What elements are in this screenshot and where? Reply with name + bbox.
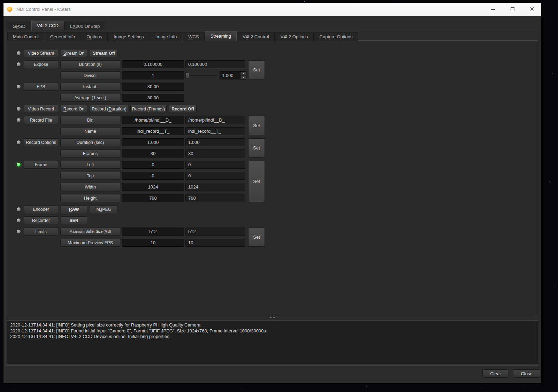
log-area[interactable]: 2020-12-13T14:34:41: [INFO] Setting pixe…: [7, 320, 538, 365]
fps-average-name-button[interactable]: Average (1 sec.): [60, 94, 120, 102]
tab-streaming[interactable]: Streaming: [205, 31, 237, 41]
record-duration-name-button[interactable]: Duration (sec): [60, 138, 120, 146]
record-options-led: [16, 140, 21, 145]
record-frames-button[interactable]: Record (Frames): [130, 105, 167, 113]
tab-options[interactable]: Options: [81, 32, 108, 41]
tab-wcs[interactable]: WCS: [183, 32, 204, 41]
tab-v4l2-options[interactable]: V4L2 Options: [275, 32, 314, 41]
divisor-slider[interactable]: [185, 71, 217, 79]
tab-image-settings[interactable]: Image Settings: [108, 32, 150, 41]
limits-preview-name-button[interactable]: Maximum Preview FPS: [60, 239, 120, 247]
frame-top-input[interactable]: [122, 172, 184, 180]
stream-on-button[interactable]: Stream On: [61, 49, 87, 57]
expose-duration-input[interactable]: [122, 60, 184, 68]
divisor-name-button[interactable]: Divisor: [60, 71, 120, 79]
video-record-group-button[interactable]: Video Record: [24, 105, 58, 113]
expose-led: [16, 62, 21, 67]
fps-instant-name-button[interactable]: Instant.: [60, 83, 120, 91]
spin-down-button[interactable]: [241, 76, 246, 79]
device-tab-lx200-onstep[interactable]: LX200 OnStep: [64, 22, 105, 30]
record-options-set-button[interactable]: Set: [248, 138, 265, 157]
minimize-icon: [491, 9, 495, 10]
log-splitter[interactable]: [7, 316, 538, 320]
expose-group-button[interactable]: Expose: [24, 60, 58, 68]
ser-button[interactable]: SER: [61, 216, 87, 224]
log-line: 2020-12-13T14:34:41: [INFO] Setting pixe…: [10, 322, 535, 328]
divisor-slider-handle[interactable]: [185, 72, 189, 78]
record-on-button[interactable]: Record On: [61, 105, 87, 113]
fps-instant-value: 30.00: [122, 83, 184, 91]
limits-buffer-name-button[interactable]: Maximum Buffer Size (MB): [60, 228, 120, 236]
record-file-led: [16, 118, 21, 122]
frame-height-input[interactable]: [122, 194, 184, 202]
frame-set-button[interactable]: Set: [248, 161, 265, 202]
minimize-button[interactable]: [488, 4, 498, 15]
divisor-spin-value[interactable]: [220, 72, 240, 79]
expose-duration-current: 0.100000: [185, 60, 245, 68]
close-icon: [530, 6, 534, 13]
record-duration-current: 1.000: [185, 138, 245, 146]
divisor-input[interactable]: [122, 71, 184, 79]
mjpeg-button[interactable]: MJPEG: [90, 205, 118, 213]
spin-down-icon: [243, 77, 245, 78]
record-off-button[interactable]: Record Off: [169, 105, 197, 113]
frame-width-name-button[interactable]: Width: [60, 183, 120, 191]
clear-button[interactable]: Clear: [482, 369, 509, 378]
close-button[interactable]: [527, 4, 537, 15]
titlebar: INDI Control Panel - KStars: [3, 3, 541, 16]
encoder-group-button[interactable]: Encoder: [24, 205, 58, 213]
frame-left-name-button[interactable]: Left: [60, 161, 120, 169]
divisor-spin-buttons: [240, 72, 246, 79]
tab-v4l2-control[interactable]: V4L2 Control: [237, 32, 275, 41]
record-duration-button[interactable]: Record (Duration): [90, 105, 128, 113]
record-name-name-button[interactable]: Name: [60, 127, 120, 135]
log-line: 2020-12-13T14:34:41: [INFO] V4L2 CCD Dev…: [10, 334, 535, 340]
device-tabbar: GPSD V4L2 CCD LX200 OnStep: [7, 21, 106, 30]
close-window-button[interactable]: Close: [513, 369, 540, 378]
limits-buffer-input[interactable]: [122, 228, 184, 236]
limits-group-button[interactable]: Limits: [24, 228, 58, 236]
frame-height-name-button[interactable]: Height: [60, 194, 120, 202]
video-stream-group-button[interactable]: Video Stream: [24, 49, 58, 57]
property-tabbar: Main Control General Info Options Image …: [7, 31, 358, 41]
frame-width-current: 1024: [185, 183, 245, 191]
record-frames-name-button[interactable]: Frames: [60, 149, 120, 157]
expose-duration-name-button[interactable]: Duration (s): [60, 60, 120, 68]
record-dir-name-button[interactable]: Dir.: [60, 116, 120, 124]
limits-set-button[interactable]: Set: [248, 228, 265, 247]
indi-control-panel-window: INDI Control Panel - KStars GPSD V4L2 CC…: [3, 3, 541, 383]
frame-led: [16, 162, 21, 167]
spin-up-button[interactable]: [241, 72, 246, 76]
record-options-group-button[interactable]: Record Options: [24, 138, 58, 146]
record-file-group-button[interactable]: Record File: [24, 116, 58, 124]
record-frames-input[interactable]: [122, 149, 184, 157]
divisor-slider-groove: [190, 75, 217, 76]
recorder-group-button[interactable]: Recorder: [24, 216, 58, 224]
record-duration-input[interactable]: [122, 138, 184, 146]
fps-group-button[interactable]: FPS: [24, 83, 58, 91]
tab-capture-options[interactable]: Capture Options: [314, 32, 358, 41]
limits-preview-input[interactable]: [122, 239, 184, 247]
spin-up-icon: [243, 73, 245, 74]
tab-image-info[interactable]: Image Info: [150, 32, 182, 41]
record-frames-current: 30: [185, 149, 245, 157]
stream-off-button[interactable]: Stream Off: [90, 49, 118, 57]
tab-main-control[interactable]: Main Control: [7, 32, 44, 41]
frame-left-input[interactable]: [122, 161, 184, 169]
maximize-button[interactable]: [507, 4, 518, 15]
limits-buffer-current: 512: [185, 228, 245, 236]
record-file-set-button[interactable]: Set: [248, 116, 265, 135]
device-tab-v4l2-ccd[interactable]: V4L2 CCD: [31, 21, 64, 30]
raw-button[interactable]: RAW: [61, 205, 87, 213]
divisor-spinbox[interactable]: [220, 71, 246, 79]
record-name-input[interactable]: [122, 127, 184, 135]
device-tab-gpsd[interactable]: GPSD: [7, 22, 31, 30]
frame-group-button[interactable]: Frame: [24, 161, 58, 169]
frame-left-current: 0: [185, 161, 245, 169]
window-controls: [488, 4, 537, 15]
expose-set-button[interactable]: Set: [248, 60, 265, 79]
tab-general-info[interactable]: General Info: [45, 32, 81, 41]
record-dir-input[interactable]: [122, 116, 184, 124]
frame-width-input[interactable]: [122, 183, 184, 191]
frame-top-name-button[interactable]: Top: [60, 172, 120, 180]
